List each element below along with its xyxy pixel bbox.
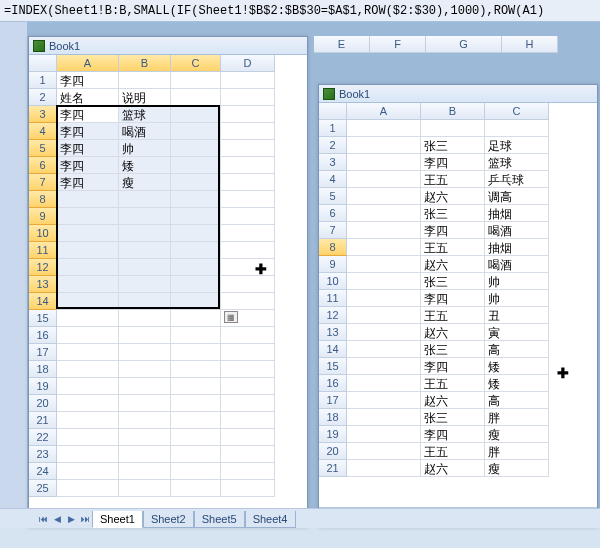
tab-Sheet1[interactable]: Sheet1 [92, 511, 143, 528]
cell-B23[interactable] [119, 446, 171, 463]
cell-C22[interactable] [171, 429, 221, 446]
cell-C20[interactable] [171, 395, 221, 412]
row-header-20[interactable]: 20 [29, 395, 57, 412]
cell-C19[interactable]: 瘦 [485, 426, 549, 443]
cell-B8[interactable] [119, 191, 171, 208]
cell-A24[interactable] [57, 463, 119, 480]
tab-Sheet5[interactable]: Sheet5 [194, 511, 245, 528]
cell-A14[interactable] [347, 341, 421, 358]
autofill-options-icon[interactable]: ▦ [224, 311, 238, 323]
cell-C14[interactable] [171, 293, 221, 310]
cell-B3[interactable]: 篮球 [119, 106, 171, 123]
row-header-7[interactable]: 7 [319, 222, 347, 239]
row-header-6[interactable]: 6 [319, 205, 347, 222]
cell-D25[interactable] [221, 480, 275, 497]
cell-B10[interactable]: 张三 [421, 273, 485, 290]
cell-D17[interactable] [221, 344, 275, 361]
cell-B1[interactable] [421, 120, 485, 137]
col-header-C[interactable]: C [485, 103, 549, 120]
cell-A3[interactable]: 李四 [57, 106, 119, 123]
cell-D22[interactable] [221, 429, 275, 446]
cell-A11[interactable] [57, 242, 119, 259]
cell-D23[interactable] [221, 446, 275, 463]
cell-B17[interactable]: 赵六 [421, 392, 485, 409]
cell-C5[interactable]: 调高 [485, 188, 549, 205]
cell-D20[interactable] [221, 395, 275, 412]
tab-nav-next-icon[interactable]: ▶ [64, 512, 78, 526]
cell-C12[interactable]: 丑 [485, 307, 549, 324]
cell-C20[interactable]: 胖 [485, 443, 549, 460]
cell-B1[interactable] [119, 72, 171, 89]
cell-C5[interactable] [171, 140, 221, 157]
cell-D2[interactable] [221, 89, 275, 106]
cell-B6[interactable]: 张三 [421, 205, 485, 222]
cell-D19[interactable] [221, 378, 275, 395]
cell-C18[interactable] [171, 361, 221, 378]
cell-D12[interactable] [221, 259, 275, 276]
row-header-18[interactable]: 18 [29, 361, 57, 378]
cell-C1[interactable] [171, 72, 221, 89]
row-header-23[interactable]: 23 [29, 446, 57, 463]
tab-nav-last-icon[interactable]: ⏭ [78, 512, 92, 526]
cell-A16[interactable] [57, 327, 119, 344]
cell-B18[interactable] [119, 361, 171, 378]
cell-B20[interactable] [119, 395, 171, 412]
cell-B7[interactable]: 瘦 [119, 174, 171, 191]
cell-C17[interactable] [171, 344, 221, 361]
row-header-11[interactable]: 11 [29, 242, 57, 259]
row-header-9[interactable]: 9 [29, 208, 57, 225]
cell-D10[interactable] [221, 225, 275, 242]
row-header-24[interactable]: 24 [29, 463, 57, 480]
cell-D1[interactable] [221, 72, 275, 89]
cell-A13[interactable] [347, 324, 421, 341]
cell-C13[interactable]: 寅 [485, 324, 549, 341]
row-header-15[interactable]: 15 [29, 310, 57, 327]
cell-B15[interactable]: 李四 [421, 358, 485, 375]
cell-A9[interactable] [57, 208, 119, 225]
cell-C21[interactable]: 瘦 [485, 460, 549, 477]
row-header-4[interactable]: 4 [29, 123, 57, 140]
cell-B13[interactable]: 赵六 [421, 324, 485, 341]
row-header-1[interactable]: 1 [319, 120, 347, 137]
cell-C9[interactable]: 喝酒 [485, 256, 549, 273]
cell-A13[interactable] [57, 276, 119, 293]
formula-bar[interactable]: =INDEX(Sheet1!B:B,SMALL(IF(Sheet1!$B$2:$… [0, 0, 600, 22]
cell-B13[interactable] [119, 276, 171, 293]
cell-B12[interactable]: 王五 [421, 307, 485, 324]
select-all-corner[interactable] [29, 55, 57, 72]
cell-C13[interactable] [171, 276, 221, 293]
cell-D5[interactable] [221, 140, 275, 157]
cell-A7[interactable]: 李四 [57, 174, 119, 191]
cell-B5[interactable]: 帅 [119, 140, 171, 157]
cell-C6[interactable]: 抽烟 [485, 205, 549, 222]
cell-C17[interactable]: 高 [485, 392, 549, 409]
cell-A2[interactable] [347, 137, 421, 154]
cell-D21[interactable] [221, 412, 275, 429]
cell-C12[interactable] [171, 259, 221, 276]
row-header-2[interactable]: 2 [319, 137, 347, 154]
workbook-title-bar[interactable]: Book1 [319, 85, 597, 103]
cell-A20[interactable] [57, 395, 119, 412]
row-header-12[interactable]: 12 [29, 259, 57, 276]
cell-A21[interactable] [57, 412, 119, 429]
cell-C11[interactable] [171, 242, 221, 259]
row-header-16[interactable]: 16 [319, 375, 347, 392]
cell-A17[interactable] [57, 344, 119, 361]
cell-C8[interactable] [171, 191, 221, 208]
col-header-A[interactable]: A [57, 55, 119, 72]
cell-A19[interactable] [57, 378, 119, 395]
cell-A20[interactable] [347, 443, 421, 460]
tab-Sheet4[interactable]: Sheet4 [245, 511, 296, 528]
row-header-17[interactable]: 17 [319, 392, 347, 409]
cell-D9[interactable] [221, 208, 275, 225]
cell-A3[interactable] [347, 154, 421, 171]
row-header-9[interactable]: 9 [319, 256, 347, 273]
cell-D13[interactable] [221, 276, 275, 293]
cell-C6[interactable] [171, 157, 221, 174]
row-header-14[interactable]: 14 [319, 341, 347, 358]
cell-D6[interactable] [221, 157, 275, 174]
row-header-17[interactable]: 17 [29, 344, 57, 361]
row-header-2[interactable]: 2 [29, 89, 57, 106]
cell-A21[interactable] [347, 460, 421, 477]
row-header-14[interactable]: 14 [29, 293, 57, 310]
